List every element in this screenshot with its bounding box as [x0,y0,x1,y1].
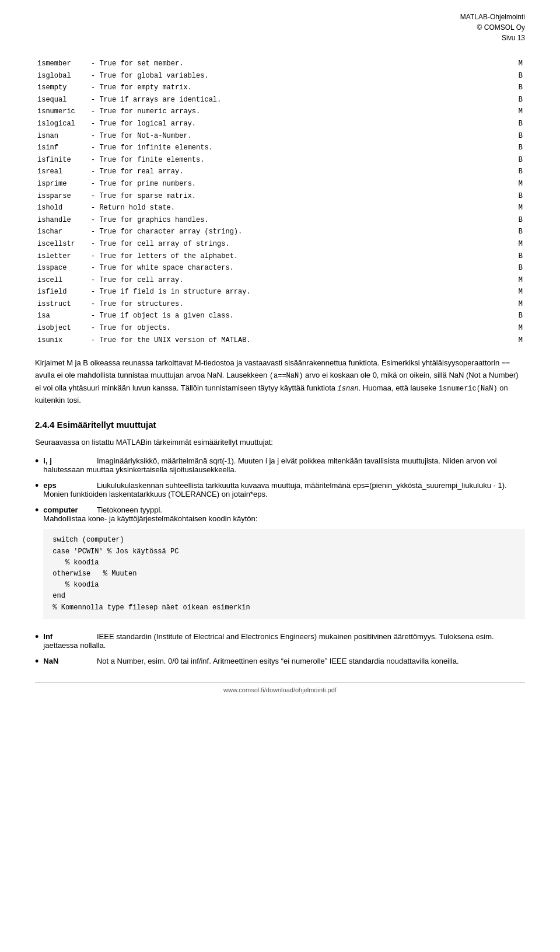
entry-type: B [512,263,524,274]
section-244-intro: Seuraavassa on listattu MATLABin tärkeim… [35,437,525,449]
page-header: MATLAB-Ohjelmointi © COMSOL Oy Sivu 13 [35,12,525,43]
entry-desc: - True for structures. [90,299,511,310]
code-block-computer: switch (computer) case 'PCWIN' % Jos käy… [43,529,525,619]
bullet-label-ij: i, j [43,456,84,465]
bullet-text-computer1: Tietokoneen tyyppi. [97,505,162,514]
bullet-content-computer: computer Tietokoneen tyyppi. Mahdollista… [43,505,525,625]
table-row: isunix - True for the UNIX version of MA… [36,335,524,346]
bullet-item-computer: • computer Tietokoneen tyyppi. Mahdollis… [35,505,525,625]
entry-type: B [512,95,524,106]
entry-desc: - True for graphics handles. [90,215,511,226]
entry-desc: - True if field is in structure array. [90,287,511,298]
prose-p1: Kirjaimet M ja B oikeassa reunassa tarko… [35,357,525,406]
entry-type: B [512,251,524,262]
table-row: isa - True if object is a given class. B [36,311,524,322]
table-row: ishandle - True for graphics handles. B [36,215,524,226]
bullet-text-nan: Not a Number, esim. 0/0 tai inf/inf. Ari… [97,657,459,665]
entry-desc: - True for sparse matrix. [90,191,511,202]
bullet-text-inf: IEEE standardin (Institute of Electrical… [43,632,494,650]
entry-name: ismember [36,58,89,69]
entry-type: B [512,191,524,202]
entry-desc: - True for infinite elements. [90,142,511,154]
table-row: isletter - True for letters of the alpha… [36,251,524,262]
bullet-item-eps: • eps Liukulukulaskennan suhteellista ta… [35,481,525,498]
bullet-dot-nan: • [35,655,38,668]
entry-desc: - True for Not-a-Number. [90,131,511,142]
table-row: isfinite - True for finite elements. B [36,155,524,166]
bullet-dot-inf: • [35,631,38,643]
entry-type: M [512,299,524,310]
table-row: isobject - True for objects. M [36,323,524,334]
table-row: iscellstr - True for cell array of strin… [36,239,524,250]
table-row: isspace - True for white space character… [36,263,524,274]
entry-name: isinf [36,142,89,154]
table-row: isstruct - True for structures. M [36,299,524,310]
entry-type: M [512,58,524,69]
entry-name: isempty [36,82,89,93]
entry-name: isprime [36,179,89,190]
entry-type: M [512,323,524,334]
entry-type: M [512,287,524,298]
bullet-label-computer: computer [43,505,84,514]
entry-name: isunix [36,335,89,346]
bullet-text-ij: Imaginääriyksikkö, määritelmänä sqrt(-1)… [43,456,496,474]
table-row: ismember - True for set member. M [36,58,524,69]
entry-type: M [512,203,524,214]
table-row: isreal - True for real array. B [36,166,524,177]
header-line1: MATLAB-Ohjelmointi [460,13,525,21]
section-244-heading: 2.4.4 Esimääritellyt muuttujat [35,420,525,430]
entry-type: B [512,226,524,238]
table-row: iscell - True for cell array. M [36,275,524,286]
page-container: MATLAB-Ohjelmointi © COMSOL Oy Sivu 13 i… [0,0,560,699]
entry-type: B [512,215,524,226]
entry-name: isnan [36,131,89,142]
header-line3: Sivu 13 [502,34,525,42]
entry-type: B [512,311,524,322]
entry-desc: - True for real array. [90,166,511,177]
entry-name: issparse [36,191,89,202]
table-row: isempty - True for empty matrix. B [36,82,524,93]
entry-type: B [512,131,524,142]
entry-desc: - True for cell array. [90,275,511,286]
entry-name: islogical [36,118,89,130]
bullet-label-inf: Inf [43,632,84,641]
entry-desc: - True for cell array of strings. [90,239,511,250]
table-row: islogical - True for logical array. B [36,118,524,130]
entry-type: M [512,179,524,190]
table-row: isfield - True if field is in structure … [36,287,524,298]
entry-type: M [512,106,524,117]
entry-name: isa [36,311,89,322]
bullet-text-computer2: Mahdollistaa kone- ja käyttöjärjestelmäk… [43,514,257,523]
table-row: isequal - True if arrays are identical. … [36,95,524,106]
bullet-item-inf: • Inf IEEE standardin (Institute of Elec… [35,632,525,650]
bullet-item-nan: • NaN Not a Number, esim. 0/0 tai inf/in… [35,657,525,668]
bullet-dot-eps: • [35,480,38,492]
entry-name: isglobal [36,71,89,82]
entry-name: isfield [36,287,89,298]
bullet-text-eps: Liukulukulaskennan suhteellista tarkkuut… [43,481,506,498]
entry-desc: - Return hold state. [90,203,511,214]
entry-desc: - True for character array (string). [90,226,511,238]
bullet-content-eps: eps Liukulukulaskennan suhteellista tark… [43,481,525,498]
entry-desc: - True if object is a given class. [90,311,511,322]
entry-name: isobject [36,323,89,334]
prose-paragraph: Kirjaimet M ja B oikeassa reunassa tarko… [35,357,525,406]
entry-name: isequal [36,95,89,106]
bullet-dot-computer: • [35,504,38,517]
page-footer: www.comsol.fi/download/ohjelmointi.pdf [35,682,525,693]
entry-name: iscellstr [36,239,89,250]
entry-name: ischar [36,226,89,238]
entry-desc: - True for the UNIX version of MATLAB. [90,335,511,346]
entry-type: B [512,82,524,93]
entry-desc: - True for numeric arrays. [90,106,511,117]
entry-desc: - True for white space characters. [90,263,511,274]
table-row: ishold - Return hold state. M [36,203,524,214]
bullet-content-nan: NaN Not a Number, esim. 0/0 tai inf/inf.… [43,657,525,665]
entry-desc: - True for logical array. [90,118,511,130]
entry-desc: - True for global variables. [90,71,511,82]
entry-name: isnumeric [36,106,89,117]
bullet-content-ij: i, j Imaginääriyksikkö, määritelmänä sqr… [43,456,525,474]
table-row: issparse - True for sparse matrix. B [36,191,524,202]
table-row: isnan - True for Not-a-Number. B [36,131,524,142]
entry-type: B [512,142,524,154]
